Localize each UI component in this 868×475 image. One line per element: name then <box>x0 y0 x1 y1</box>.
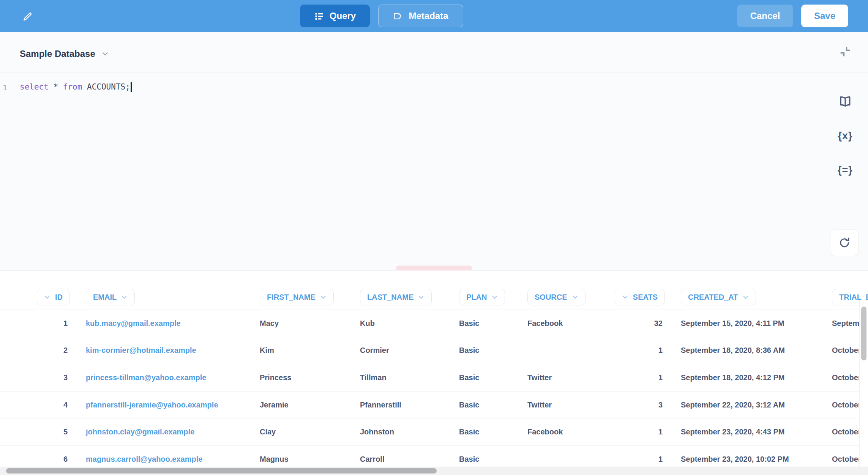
sql-code-line[interactable]: select * from ACCOUNTS; <box>20 82 132 92</box>
table-cell[interactable]: Basic <box>453 337 521 364</box>
snippets-glyph: {=} <box>838 164 853 176</box>
table-cell[interactable]: 3 <box>23 364 80 391</box>
column-label: PLAN <box>466 293 487 302</box>
column-label: FIRST_NAME <box>267 293 316 302</box>
column-header-seats[interactable]: SEATS <box>615 289 665 305</box>
vertical-scrollbar-thumb[interactable] <box>861 307 866 360</box>
table-cell[interactable]: September 15, 2020, 4:11 PM <box>675 310 826 337</box>
horizontal-scrollbar-thumb[interactable] <box>6 468 437 473</box>
model-editor-page: Query Metadata Cancel Save Sample Databa… <box>0 0 868 475</box>
table-cell[interactable]: Basic <box>453 418 521 445</box>
editor-divider <box>0 72 868 72</box>
table-cell[interactable]: Jeramie <box>254 392 354 418</box>
email-link-cell[interactable]: princess-tillman@yahoo.example <box>80 364 254 391</box>
chevron-down-icon <box>622 294 628 300</box>
header-cell: LAST_NAME <box>354 289 453 305</box>
email-link-cell[interactable]: pfannerstill-jeramie@yahoo.example <box>80 392 254 418</box>
collapse-editor-icon[interactable] <box>835 42 855 61</box>
header-cell: FIRST_NAME <box>254 289 354 305</box>
chevron-down-icon <box>101 50 109 58</box>
table-cell[interactable]: Pfannerstill <box>354 392 453 418</box>
table-cell[interactable]: Twitter <box>521 392 604 418</box>
database-name: Sample Database <box>20 49 95 59</box>
table-cell[interactable]: Twitter <box>521 364 604 391</box>
cancel-button[interactable]: Cancel <box>737 5 793 27</box>
resize-handle[interactable] <box>396 266 472 271</box>
table-cell[interactable]: 1 <box>604 418 675 445</box>
column-header-source[interactable]: SOURCE <box>527 289 586 305</box>
table-cell[interactable]: Macy <box>254 310 354 337</box>
table-cell[interactable] <box>521 337 604 364</box>
database-selector[interactable]: Sample Database <box>20 49 109 59</box>
tab-query-label: Query <box>330 11 356 21</box>
table-cell[interactable]: Basic <box>453 364 521 391</box>
email-link-cell[interactable]: johnston.clay@gmail.example <box>80 418 254 445</box>
email-link-cell[interactable]: kim-cormier@hotmail.example <box>80 337 254 364</box>
variables-glyph: {x} <box>838 130 852 142</box>
table-cell[interactable]: Kub <box>354 310 453 337</box>
table-cell[interactable]: Basic <box>453 310 521 337</box>
sql-keyword: from <box>63 82 82 91</box>
table-cell[interactable]: 3 <box>604 392 675 418</box>
chevron-down-icon <box>121 294 128 300</box>
top-bar: Query Metadata Cancel Save <box>0 0 868 32</box>
chevron-down-icon <box>418 294 425 300</box>
sql-keyword: select <box>20 82 49 91</box>
table-cell[interactable]: Clay <box>254 418 354 445</box>
run-query-button[interactable] <box>830 230 859 256</box>
column-header-first_name[interactable]: FIRST_NAME <box>260 289 334 305</box>
tag-icon <box>393 11 403 21</box>
column-header-plan[interactable]: PLAN <box>459 289 505 305</box>
tab-metadata-label: Metadata <box>409 11 448 21</box>
header-cell: SOURCE <box>521 289 604 305</box>
table-cell[interactable]: September 18, 2020, 8:36 AM <box>675 337 826 364</box>
tab-query[interactable]: Query <box>300 5 370 27</box>
table-cell[interactable]: Tillman <box>354 364 453 391</box>
table-row: 3princess-tillman@yahoo.examplePrincessT… <box>0 364 868 392</box>
table-cell[interactable]: Cormier <box>354 337 453 364</box>
save-label: Save <box>814 11 835 21</box>
table-row: 1kub.macy@gmail.exampleMacyKubBasicFaceb… <box>0 310 868 337</box>
column-header-created_at[interactable]: CREATED_AT <box>681 289 756 305</box>
table-row: 5johnston.clay@gmail.exampleClayJohnston… <box>0 418 868 446</box>
results-body: 1kub.macy@gmail.exampleMacyKubBasicFaceb… <box>0 310 868 473</box>
header-cell: SEATS <box>604 289 675 305</box>
table-cell[interactable]: 5 <box>23 418 80 445</box>
table-cell[interactable]: 1 <box>604 337 675 364</box>
column-header-email[interactable]: EMAIL <box>86 289 135 305</box>
table-cell[interactable]: September 22, 2020, 3:12 AM <box>675 392 826 418</box>
column-header-last_name[interactable]: LAST_NAME <box>360 289 432 305</box>
header-cell: CREATED_AT <box>675 289 826 305</box>
results-header-row: IDEMAILFIRST_NAMELAST_NAMEPLANSOURCESEAT… <box>0 289 868 305</box>
variables-icon[interactable]: {x} <box>835 126 855 146</box>
column-label: CREATED_AT <box>688 293 738 302</box>
table-cell[interactable]: Facebook <box>521 310 604 337</box>
table-cell[interactable]: Johnston <box>354 418 453 445</box>
table-cell[interactable]: 1 <box>23 310 80 337</box>
table-cell[interactable]: Basic <box>453 392 521 418</box>
table-cell[interactable]: 4 <box>23 392 80 418</box>
sql-text: ACCOUNTS; <box>82 82 130 91</box>
tab-metadata[interactable]: Metadata <box>378 5 463 27</box>
text-cursor <box>131 82 132 92</box>
cancel-label: Cancel <box>750 11 780 21</box>
pencil-icon[interactable] <box>20 9 35 24</box>
table-cell[interactable]: Facebook <box>521 418 604 445</box>
table-cell[interactable]: September 23, 2020, 4:43 PM <box>675 418 826 445</box>
table-cell[interactable]: September 18, 2020, 4:12 PM <box>675 364 826 391</box>
chevron-down-icon <box>491 294 498 300</box>
table-cell[interactable]: Princess <box>254 364 354 391</box>
header-cell: EMAIL <box>80 289 254 305</box>
save-button[interactable]: Save <box>801 5 848 27</box>
snippets-icon[interactable]: {=} <box>835 160 855 180</box>
column-label: LAST_NAME <box>367 293 413 302</box>
table-cell[interactable]: 1 <box>604 364 675 391</box>
email-link-cell[interactable]: kub.macy@gmail.example <box>80 310 254 337</box>
table-cell[interactable]: 32 <box>604 310 675 337</box>
data-reference-book-icon[interactable] <box>835 92 855 112</box>
table-cell[interactable]: 2 <box>23 337 80 364</box>
header-cell: PLAN <box>453 289 521 305</box>
table-cell[interactable]: Kim <box>254 337 354 364</box>
column-header-id[interactable]: ID <box>37 289 70 305</box>
chevron-down-icon <box>44 294 51 300</box>
